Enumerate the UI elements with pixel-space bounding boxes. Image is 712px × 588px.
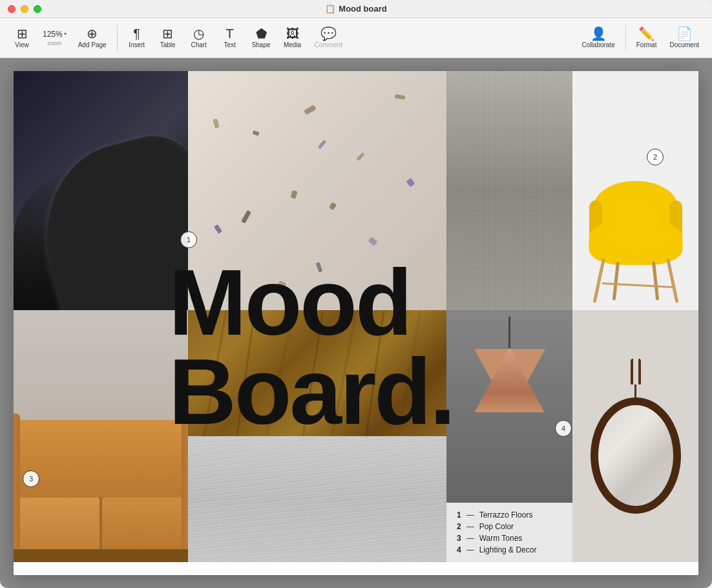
cell-wood-fur [188,310,446,562]
info-text-1: Terrazzo Floors [479,510,533,520]
info-dash-1: — [466,510,474,520]
title-emoji: 📋 [325,4,335,14]
fullscreen-button[interactable] [34,5,41,13]
zoom-control[interactable]: 125% ▾ zoom [39,27,70,49]
format-button[interactable]: ✏️ Format [631,25,662,51]
info-item-4: 4 — Lighting & Decor [457,545,562,554]
toolbar: ⊞ View 125% ▾ zoom ⊕ Add Page ¶ Insert ⊞… [0,18,712,58]
table-icon: ⊞ [162,27,173,40]
canvas-area[interactable]: 1 — Terrazzo Floors 2 — Pop Color 3 — Wa… [0,58,712,588]
info-number-2: 2 [457,522,461,531]
page-badge-4: 4 [555,420,572,437]
format-icon: ✏️ [638,27,654,40]
cell-terrazzo [188,71,446,310]
close-button[interactable] [8,5,16,13]
info-dash-2: — [466,522,474,531]
collaborate-label: Collaborate [582,41,615,48]
cell-yellow-chair [446,71,698,310]
cell-sofa [14,310,188,562]
traffic-lights [8,5,41,13]
yellow-chair [584,181,687,297]
page-badge-1: 1 [180,231,197,248]
info-list: 1 — Terrazzo Floors 2 — Pop Color 3 — Wa… [446,503,572,562]
table-label: Table [160,41,176,48]
document-label: Document [669,41,699,48]
chart-button[interactable]: ◷ Chart [185,25,213,51]
media-label: Media [284,41,301,48]
text-label: Text [224,41,235,48]
collaborate-icon: 👤 [591,27,607,40]
mood-board: 1 — Terrazzo Floors 2 — Pop Color 3 — Wa… [14,71,698,575]
chart-label: Chart [191,41,206,48]
info-dash-3: — [466,534,474,543]
cell-leather-chair [14,71,188,310]
shape-icon: ⬟ [256,27,267,40]
media-icon: 🖼 [286,27,299,40]
zoom-chevron-icon: ▾ [64,31,67,37]
info-text-2: Pop Color [479,522,514,531]
pendant-lamp [446,310,572,503]
info-text-3: Warm Tones [479,534,523,543]
shape-label: Shape [252,41,271,48]
cell-lamp-mirror: 1 — Terrazzo Floors 2 — Pop Color 3 — Wa… [446,310,698,562]
add-page-icon: ⊕ [87,27,98,40]
document-icon: 📄 [676,27,693,40]
insert-icon: ¶ [133,27,140,40]
minimize-button[interactable] [21,5,28,13]
document-button[interactable]: 📄 Document [664,25,704,51]
view-label: View [15,41,29,48]
info-item-1: 1 — Terrazzo Floors [457,510,562,520]
info-item-2: 2 — Pop Color [457,522,562,531]
zoom-value: 125% [43,30,63,39]
separator-2 [625,25,626,51]
info-number-3: 3 [457,534,461,543]
add-page-button[interactable]: ⊕ Add Page [73,25,112,51]
comment-label: Comment [315,41,342,48]
add-page-label: Add Page [78,41,107,48]
info-text-4: Lighting & Decor [479,545,537,554]
shape-button[interactable]: ⬟ Shape [247,25,276,51]
view-icon: ⊞ [17,27,28,40]
separator-1 [117,25,118,51]
media-button[interactable]: 🖼 Media [278,25,307,51]
title-bar: 📋 Mood board [0,0,712,18]
comment-icon: 💬 [320,27,337,40]
page-badge-3: 3 [23,470,39,487]
window-title: 📋 Mood board [325,4,386,14]
info-dash-4: — [466,545,474,554]
view-button[interactable]: ⊞ View [8,25,36,51]
collaborate-button[interactable]: 👤 Collaborate [577,25,620,51]
window-title-text: Mood board [339,4,386,14]
format-label: Format [636,41,657,48]
page-badge-2: 2 [647,149,664,165]
fur-texture [188,436,446,562]
info-item-3: 3 — Warm Tones [457,534,562,543]
wood-texture [188,310,446,436]
comment-button[interactable]: 💬 Comment [309,25,348,51]
mirror [572,310,698,562]
table-button[interactable]: ⊞ Table [154,25,182,51]
info-number-1: 1 [457,510,461,520]
info-number-4: 4 [457,545,461,554]
text-icon: T [226,27,234,40]
insert-label: Insert [129,41,145,48]
chart-icon: ◷ [193,27,204,40]
text-button[interactable]: T Text [216,25,244,51]
insert-button[interactable]: ¶ Insert [123,25,151,51]
